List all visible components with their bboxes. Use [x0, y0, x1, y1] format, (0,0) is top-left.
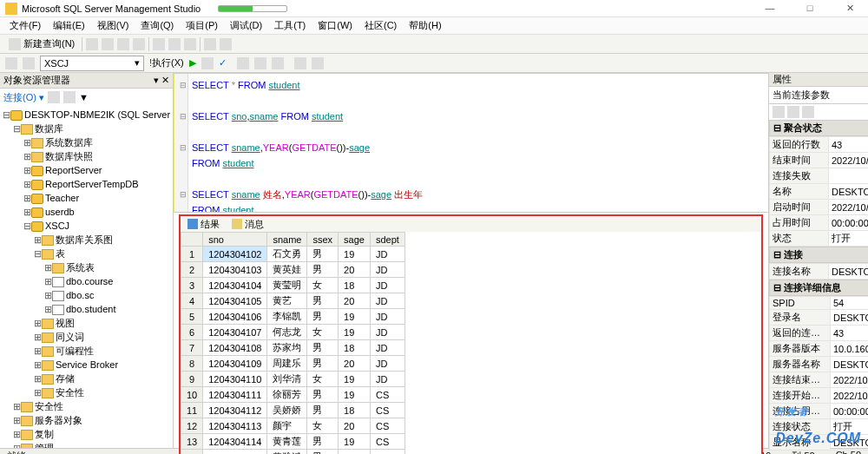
execute-button[interactable]: !执行(X): [149, 56, 184, 69]
object-explorer-tree[interactable]: ⊟DESKTOP-NBME2IK (SQL Server 10.0.160 ⊟数…: [0, 106, 173, 448]
prop-val: DESKTOP-NBME2IK: [830, 310, 868, 326]
props-icon[interactable]: [802, 106, 814, 118]
table-row[interactable]: 111204304112吴娇娇男18CS: [181, 403, 405, 418]
toolbar-icon[interactable]: [254, 57, 266, 69]
table-row[interactable]: 21204304103黄英娃男20JD: [181, 262, 405, 278]
toolbar-icon[interactable]: [237, 57, 249, 69]
folder-icon: [42, 346, 54, 357]
folder-icon: [21, 444, 33, 448]
toolbar-icon[interactable]: [23, 57, 35, 69]
alpha-icon[interactable]: [787, 106, 799, 118]
table-row[interactable]: 31204304104黄莹明女18JD: [181, 278, 405, 293]
menu-window[interactable]: 窗口(W): [313, 19, 357, 32]
maximize-button[interactable]: □: [797, 3, 823, 14]
menu-project[interactable]: 项目(P): [181, 19, 222, 32]
toolbar-icon[interactable]: [204, 38, 216, 50]
categorize-icon[interactable]: [773, 106, 785, 118]
database-icon: [31, 180, 43, 190]
toolbar-icon[interactable]: [86, 38, 98, 50]
minimize-button[interactable]: —: [757, 3, 783, 14]
prop-val: 43: [828, 137, 868, 153]
titlebar: Microsoft SQL Server Management Studio —…: [0, 0, 868, 17]
folder-icon: [42, 332, 54, 343]
prop-key: 连接结束时间: [769, 372, 830, 388]
toolbar-icon[interactable]: [48, 91, 60, 103]
menu-view[interactable]: 视图(V): [93, 19, 134, 32]
toolbar-icon[interactable]: [117, 38, 129, 50]
menu-query[interactable]: 查询(Q): [136, 19, 178, 32]
table-icon: [52, 305, 64, 315]
folder-icon: [42, 235, 54, 246]
close-button[interactable]: ✕: [837, 3, 863, 14]
table-row[interactable]: 91204304110刘华清女19JD: [181, 372, 405, 387]
table-row[interactable]: 41204304105黄艺男20JD: [181, 293, 405, 309]
stop-icon[interactable]: [201, 57, 214, 69]
prop-key: 连接状态: [769, 419, 830, 435]
table-row[interactable]: 81204304109周建乐男20JD: [181, 356, 405, 372]
results-text-icon[interactable]: [312, 57, 324, 69]
table-row[interactable]: 101204304111徐丽芳男19CS: [181, 387, 405, 403]
prop-key: 返回的行数: [769, 137, 828, 153]
toolbar-icon[interactable]: [272, 57, 284, 69]
prop-group[interactable]: ⊟ 连接详细信息: [769, 280, 868, 296]
menu-file[interactable]: 文件(F): [5, 19, 45, 32]
folder-icon: [42, 249, 54, 260]
table-row[interactable]: 121204304113颜宇女20CS: [181, 418, 405, 434]
database-icon: [31, 207, 43, 218]
table-row[interactable]: 131204304114黄青莲男19CS: [181, 434, 405, 450]
menu-tools[interactable]: 工具(T): [270, 19, 310, 32]
prop-group[interactable]: ⊟ 聚合状态: [769, 120, 868, 136]
menu-edit[interactable]: 编辑(E): [49, 19, 89, 32]
menu-help[interactable]: 帮助(H): [404, 19, 445, 32]
open-icon[interactable]: [153, 38, 165, 50]
connect-button[interactable]: 连接(O) ▾: [3, 91, 44, 104]
folder-icon: [52, 263, 64, 273]
toolbar-icon[interactable]: [220, 38, 232, 50]
panel-close-icon[interactable]: ▾ ✕: [154, 75, 169, 86]
database-icon: [31, 221, 43, 232]
prop-key: 结束时间: [769, 153, 828, 168]
filter-icon[interactable]: ▼: [79, 92, 89, 102]
prop-val: DESKTOP-NBME2IK: [828, 264, 868, 280]
parse-icon[interactable]: ✓: [219, 57, 227, 69]
prop-key: 连接失败: [769, 168, 828, 184]
prop-val: DESKTOP-NBME2IK: [830, 357, 868, 372]
prop-val: 2022/10/7 15:20:54: [830, 388, 868, 404]
new-query-button[interactable]: 新建查询(N): [5, 36, 78, 51]
save-all-icon[interactable]: [184, 38, 196, 50]
status-ready: 就绪: [7, 450, 26, 455]
toolbar-icon[interactable]: [102, 38, 114, 50]
menu-debug[interactable]: 调试(D): [226, 19, 266, 32]
prop-key: 连接占用时间: [769, 404, 830, 419]
properties-subtitle: 当前连接参数: [769, 87, 868, 104]
toolbar-icon[interactable]: [63, 91, 76, 103]
prop-val: 打开: [830, 419, 868, 435]
prop-key: 连接名称: [769, 264, 828, 280]
debug-play-icon[interactable]: ▶: [189, 57, 196, 69]
sql-editor[interactable]: ⊟SELECT * FROM student ⊟SELECT sno,sname…: [174, 74, 768, 213]
table-row[interactable]: 71204304108苏家均男18JD: [181, 340, 405, 356]
menu-community[interactable]: 社区(C): [360, 19, 401, 32]
messages-tab[interactable]: 消息: [228, 218, 267, 231]
database-icon: [31, 166, 43, 176]
toolbar-icon[interactable]: [133, 38, 145, 50]
prop-key: 占用时间: [769, 215, 828, 231]
prop-val: 43: [830, 326, 868, 341]
database-select[interactable]: XSCJ▾: [40, 56, 144, 71]
results-grid[interactable]: snosnamessexsagesdept 11204304102石文勇男19J…: [181, 232, 405, 454]
toolbar-icon[interactable]: [5, 57, 17, 69]
results-tab[interactable]: 结果: [184, 218, 223, 231]
table-row[interactable]: 11204304102石文勇男19JD: [181, 247, 405, 262]
table-row[interactable]: 141204304115黄雅斌男19CS: [181, 450, 405, 455]
prop-group[interactable]: ⊟ 连接: [769, 247, 868, 263]
prop-val: 00:00:00.056: [828, 215, 868, 231]
prop-key: 启动时间: [769, 200, 828, 215]
folder-icon: [21, 416, 33, 426]
table-row[interactable]: 61204304107何志龙女19JD: [181, 325, 405, 340]
save-icon[interactable]: [168, 38, 181, 50]
table-row[interactable]: 51204304106李锦凯男19JD: [181, 309, 405, 325]
prop-val: 2022/10/7 15:20:54: [828, 200, 868, 215]
results-grid-icon[interactable]: [294, 57, 306, 69]
prop-val: DESKTOP-NBME2IK: [828, 184, 868, 200]
database-icon: [31, 194, 43, 204]
